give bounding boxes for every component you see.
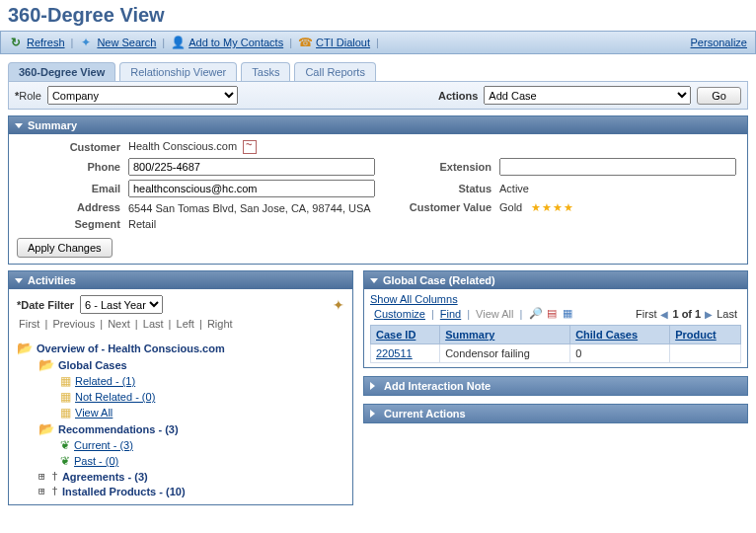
next-icon[interactable]: ▶ xyxy=(705,309,713,320)
global-case-header-text: Global Case (Related) xyxy=(383,274,495,286)
zoom-icon[interactable]: 🔎 xyxy=(529,307,543,321)
find-link[interactable]: Find xyxy=(440,308,461,320)
cti-phone-icon xyxy=(298,36,312,49)
nav-last[interactable]: Last xyxy=(717,308,737,320)
actions-select[interactable]: Add Case xyxy=(484,86,691,105)
col-product[interactable]: Product xyxy=(670,326,741,344)
separator: | xyxy=(160,37,167,48)
customer-label: Customer xyxy=(17,141,120,153)
nav-first[interactable]: First xyxy=(636,308,656,320)
case-id-link[interactable]: 220511 xyxy=(376,347,413,359)
tab-relationship-viewer[interactable]: Relationship Viewer xyxy=(119,62,237,81)
pager-last[interactable]: Last xyxy=(141,318,166,330)
role-select[interactable]: Company xyxy=(47,86,238,105)
activities-section: Activities Date Filter 6 - Last Year ✦ F… xyxy=(8,270,353,505)
address-value: 6544 San Tomas Blvd, San Jose, CA, 98744… xyxy=(128,202,375,214)
customize-link[interactable]: Customize xyxy=(374,308,425,320)
case-summary-cell: Condensor failing xyxy=(440,344,570,363)
status-label: Status xyxy=(383,183,491,194)
new-search-icon xyxy=(79,36,93,49)
document-icon: ▦ xyxy=(60,374,71,388)
activities-header[interactable]: Activities xyxy=(9,271,352,289)
separator: | xyxy=(374,37,381,48)
go-button[interactable]: Go xyxy=(697,87,741,105)
summary-header-text: Summary xyxy=(28,119,77,131)
tree-leaf-past[interactable]: ❦ Past - (0) xyxy=(17,453,344,469)
tree-leaf-current[interactable]: ❦ Current - (3) xyxy=(17,437,344,453)
document-icon: ▦ xyxy=(60,406,71,419)
status-value: Active xyxy=(499,183,736,194)
expand-icon[interactable]: ⊞ † xyxy=(38,470,58,483)
tree-leaf-not-related[interactable]: ▦ Not Related - (0) xyxy=(17,389,344,405)
personalize-link[interactable]: Personalize xyxy=(691,37,747,48)
cti-dialout-link[interactable]: CTI Dialout xyxy=(316,37,370,48)
phone-input[interactable] xyxy=(128,158,375,176)
pager-previous[interactable]: Previous xyxy=(50,318,97,330)
folder-open-icon: 📂 xyxy=(17,341,33,355)
pager-first[interactable]: First xyxy=(17,318,41,330)
tab-360-view[interactable]: 360-Degree View xyxy=(8,62,115,81)
nav-range: 1 of 1 xyxy=(672,308,701,320)
global-case-header[interactable]: Global Case (Related) xyxy=(364,271,747,289)
date-filter-select[interactable]: 6 - Last Year xyxy=(80,295,163,314)
tree-node-agreements[interactable]: ⊞ † Agreements - (3) xyxy=(17,469,344,484)
role-label: Role xyxy=(15,90,41,102)
pager-left[interactable]: Left xyxy=(175,318,196,330)
rating-stars-icon: ★★★★ xyxy=(531,201,574,213)
export-icon[interactable]: ▤ xyxy=(545,307,559,321)
table-row[interactable]: 220511 Condensor failing 0 xyxy=(371,344,741,363)
cases-table: Case ID Summary Child Cases Product 2205… xyxy=(370,325,741,363)
col-summary[interactable]: Summary xyxy=(440,326,570,344)
activities-header-text: Activities xyxy=(28,274,76,286)
customer-value: Health Conscious.com xyxy=(128,140,375,154)
tree-leaf-related[interactable]: ▦ Related - (1) xyxy=(17,373,344,389)
col-case-id[interactable]: Case ID xyxy=(371,326,440,344)
email-label: Email xyxy=(17,183,120,194)
page-title: 360-Degree View xyxy=(0,0,756,31)
tree-node-recommendations[interactable]: 📂 Recommendations - (3) xyxy=(17,420,344,437)
add-contact-icon xyxy=(171,36,185,49)
date-filter-label: Date Filter xyxy=(17,299,74,311)
grid-icon[interactable]: ▦ xyxy=(561,307,574,321)
col-child-cases[interactable]: Child Cases xyxy=(570,326,670,344)
pager-right[interactable]: Right xyxy=(205,318,235,330)
actions-label: Actions xyxy=(438,90,478,102)
extension-input[interactable] xyxy=(499,158,736,176)
segment-label: Segment xyxy=(17,218,120,230)
tree-root-overview[interactable]: 📂 Overview of - Health Conscious.com xyxy=(17,340,344,356)
tree-node-installed-products[interactable]: ⊞ † Installed Products - (10) xyxy=(17,484,344,498)
pager-next[interactable]: Next xyxy=(106,318,132,330)
tab-call-reports[interactable]: Call Reports xyxy=(294,62,376,81)
activities-action-icon[interactable]: ✦ xyxy=(333,297,344,313)
global-case-section: Global Case (Related) Show All Columns C… xyxy=(363,270,748,368)
view-all-disabled: View All xyxy=(476,308,513,320)
tree-leaf-view-all[interactable]: ▦ View All xyxy=(17,405,344,420)
tree-node-global-cases[interactable]: 📂 Global Cases xyxy=(17,356,344,373)
case-product-cell xyxy=(670,344,741,363)
folder-open-icon: 📂 xyxy=(38,357,54,372)
tab-tasks[interactable]: Tasks xyxy=(241,62,290,81)
document-icon: ▦ xyxy=(60,390,71,404)
current-actions-header[interactable]: Current Actions xyxy=(364,405,747,422)
prev-icon[interactable]: ◀ xyxy=(660,309,668,320)
activities-tree: 📂 Overview of - Health Conscious.com 📂 G… xyxy=(17,340,344,498)
current-actions-section: Current Actions xyxy=(363,404,748,423)
refresh-link[interactable]: Refresh xyxy=(27,37,65,48)
summary-header[interactable]: Summary xyxy=(9,116,747,134)
show-all-columns-link[interactable]: Show All Columns xyxy=(370,293,458,305)
role-actions-bar: Role Company Actions Add Case Go xyxy=(8,81,748,110)
expand-icon[interactable]: ⊞ † xyxy=(38,485,58,497)
customer-detail-icon[interactable] xyxy=(243,140,257,154)
apply-changes-button[interactable]: Apply Changes xyxy=(17,238,113,258)
add-contacts-link[interactable]: Add to My Contacts xyxy=(189,37,283,48)
action-toolbar: Refresh | New Search | Add to My Contact… xyxy=(0,31,756,54)
expand-icon xyxy=(370,410,379,418)
new-search-link[interactable]: New Search xyxy=(97,37,156,48)
add-interaction-header[interactable]: Add Interaction Note xyxy=(364,377,747,395)
grid-tool-icons[interactable]: 🔎▤▦ xyxy=(528,307,575,321)
add-interaction-section: Add Interaction Note xyxy=(363,376,748,396)
segment-value: Retail xyxy=(128,218,375,230)
add-interaction-header-text: Add Interaction Note xyxy=(384,380,491,392)
summary-section: Summary Customer Health Conscious.com Ph… xyxy=(8,115,748,265)
email-input[interactable] xyxy=(128,180,375,197)
